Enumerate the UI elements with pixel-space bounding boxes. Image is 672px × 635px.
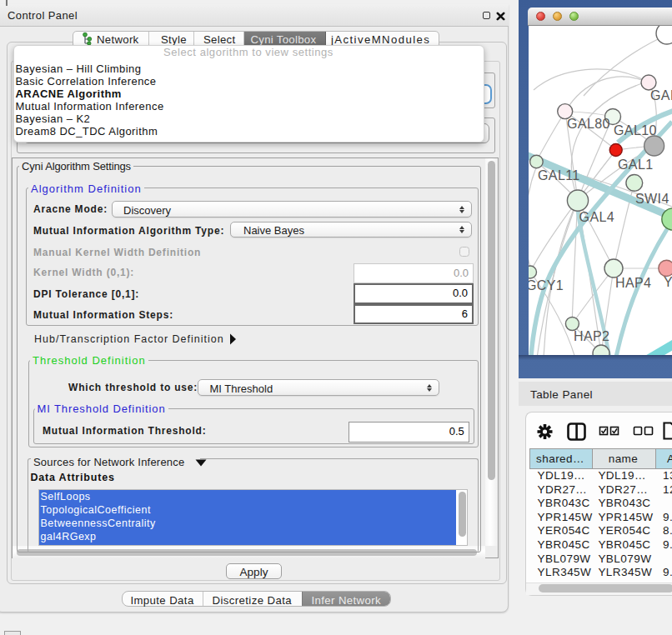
svg-text:YM: YM	[664, 275, 672, 289]
svg-text:SWI4: SWI4	[635, 192, 669, 206]
svg-text:GAL1: GAL1	[618, 158, 654, 172]
svg-text:GAL10: GAL10	[614, 123, 657, 138]
svg-text:GCY1: GCY1	[529, 278, 564, 292]
svg-text:GAL2: GAL2	[650, 88, 672, 102]
svg-text:GAL4: GAL4	[579, 210, 615, 224]
svg-text:GAL80: GAL80	[567, 117, 610, 131]
svg-text:HAP2: HAP2	[574, 329, 609, 343]
svg-text:GAL11: GAL11	[538, 168, 580, 182]
svg-text:HAP4: HAP4	[615, 276, 651, 290]
